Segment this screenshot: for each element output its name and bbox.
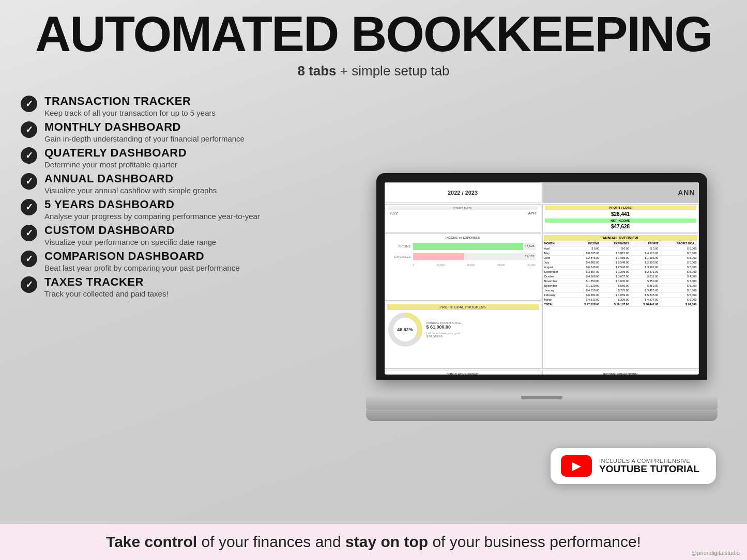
pp-info: ANNUAL PROFIT GOAL $ 61,000.00 Left to a… xyxy=(426,321,539,338)
cell-profitloss: PROFIT / LOSS $28,441 NET INCOME $47,628 xyxy=(542,204,699,232)
laptop-base xyxy=(366,396,718,411)
feature-item: QUATERLY DASHBOARD Determine your most p… xyxy=(21,146,341,169)
feature-item: COMPARISON DASHBOARD Beat last year prof… xyxy=(21,250,341,272)
pl-label: PROFIT / LOSS xyxy=(545,206,696,210)
yt-line2: YOUTUBE TUTORIAL xyxy=(599,464,699,475)
laptop-wrapper: 2022 / 2023 ANN START DATE 2022 APR xyxy=(366,173,718,421)
ao-table-row: October $ 4,268.00 $ 3,657.00 $ 611.00 $… xyxy=(544,274,697,279)
feature-desc-5: Visualize your performance on specific d… xyxy=(44,238,216,246)
feature-title-2: QUATERLY DASHBOARD xyxy=(44,146,187,160)
screen-content: 2022 / 2023 ANN START DATE 2022 APR xyxy=(385,182,699,375)
check-icon-3 xyxy=(21,173,37,190)
income-bar-track: 47,628 xyxy=(413,243,536,250)
pp-goal-value: $ 61,000.00 xyxy=(426,324,539,330)
yt-text: INCLUDES A COMPREHENSIVE YOUTUBE TUTORIA… xyxy=(599,458,699,475)
feature-item: CUSTOM DASHBOARD Visualize your performa… xyxy=(21,224,341,246)
feature-item: TRANSACTION TRACKER Keep track of all yo… xyxy=(21,95,341,117)
content-area: TRANSACTION TRACKER Keep track of all yo… xyxy=(0,84,747,510)
col-month: MONTH xyxy=(544,241,571,246)
laptop-area: 2022 / 2023 ANN START DATE 2022 APR xyxy=(357,84,726,510)
check-icon-4 xyxy=(21,199,37,215)
ao-table-row: September $ 3,657.00 $ 1,286.00 $ 2,371.… xyxy=(544,270,697,274)
ao-table: MONTH INCOME EXPENSES PROFIT PROFIT GOA.… xyxy=(544,241,697,307)
pl-value: $28,441 xyxy=(545,210,696,219)
feature-desc-0: Keep track of all your transaction for u… xyxy=(44,108,216,117)
ao-table-row: May $ 8,035.00 $ 3,915.00 $ 4,120.00 $ 5… xyxy=(544,251,697,256)
feature-title-3: ANNUAL DASHBOARD xyxy=(44,172,217,185)
feature-desc-1: Gain in-depth understanding of your fina… xyxy=(44,134,245,143)
col-income: INCOME xyxy=(571,241,600,246)
feature-title-0: TRANSACTION TRACKER xyxy=(44,95,216,108)
cumulative-title: CUMULATIVE PROFIT xyxy=(387,372,539,375)
ao-table-row: June $ 2,846.00 $ 1,685.00 $ 1,163.00 $ … xyxy=(544,256,697,260)
cell-cumulative: CUMULATIVE PROFIT 30,000 20,000 10,000 0 xyxy=(385,370,541,375)
pp-content: 46.62% ANNUAL PROFIT GOAL $ 61,000.00 Le… xyxy=(387,312,539,348)
donut-container: 46.62% xyxy=(387,312,423,348)
ao-table-row: July $ 4,882.00 $ 2,548.00 $ 2,103.00 $ … xyxy=(544,260,697,265)
startdate-values: 2022 APR xyxy=(388,210,538,216)
feature-text-5: CUSTOM DASHBOARD Visualize your performa… xyxy=(44,224,216,246)
expenses-label: EXPENSES xyxy=(390,255,411,258)
feature-desc-4: Analyse your progress by comparing perfo… xyxy=(44,212,260,221)
income-bar-row: INCOME 47,628 xyxy=(390,243,536,250)
header: AUTOMATED BOOKKEEPING 8 tabs + simple se… xyxy=(0,0,747,84)
footer: Take control of your finances and stay o… xyxy=(0,524,747,560)
feature-text-3: ANNUAL DASHBOARD Visualize your annual c… xyxy=(44,172,217,195)
laptop-bottom-bar xyxy=(366,410,718,421)
feature-desc-2: Determine your most profitable quarter xyxy=(44,160,187,169)
pp-title: PROFIT GOAL PROGRESS xyxy=(387,304,539,310)
ao-table-row: January $ 4,150.00 $ 725.00 $ 3,425.00 $… xyxy=(544,288,697,293)
income-chart-title: INCOME vs EXPENSES xyxy=(387,236,539,239)
feature-desc-7: Track your collected and paid taxes! xyxy=(44,289,169,298)
main-title: AUTOMATED BOOKKEEPING xyxy=(10,9,737,59)
feature-text-0: TRANSACTION TRACKER Keep track of all yo… xyxy=(44,95,216,117)
footer-middle: of your finances and xyxy=(197,533,345,550)
cell-ann: ANN xyxy=(542,182,699,203)
subtitle: 8 tabs + simple setup tab xyxy=(10,63,737,79)
feature-text-2: QUATERLY DASHBOARD Determine your most p… xyxy=(44,146,187,169)
youtube-banner[interactable]: INCLUDES A COMPREHENSIVE YOUTUBE TUTORIA… xyxy=(551,448,716,484)
col-profit: PROFIT xyxy=(630,241,659,246)
youtube-icon xyxy=(561,455,592,477)
footer-end: of your business performance! xyxy=(428,533,641,550)
expense-bar-value: 19,187 xyxy=(525,255,534,258)
watermark: @prioridigitalstudio xyxy=(691,550,740,556)
feature-item: MONTHLY DASHBOARD Gain in-depth understa… xyxy=(21,120,341,143)
ao-table-row: February $ 6,394.00 $ 1,059.00 $ 5,335.0… xyxy=(544,293,697,298)
expense-bar-row: EXPENSES 19,187 xyxy=(390,253,536,260)
subtitle-strong: 8 tabs xyxy=(297,63,336,79)
feature-item: TAXES TRACKER Track your collected and p… xyxy=(21,275,341,298)
feature-title-1: MONTHLY DASHBOARD xyxy=(44,120,245,134)
feature-text-1: MONTHLY DASHBOARD Gain in-depth understa… xyxy=(44,120,245,143)
feature-text-4: 5 YEARS DASHBOARD Analyse your progress … xyxy=(44,198,260,221)
income-bar-fill xyxy=(413,243,523,250)
pp-remaining: Left to achieve your goal $ 32,559.00 xyxy=(426,332,539,338)
feature-item: ANNUAL DASHBOARD Visualize your annual c… xyxy=(21,172,341,195)
col-expenses: EXPENSES xyxy=(600,241,630,246)
footer-strong1: Take control xyxy=(106,533,197,550)
ni-label: NET INCOME xyxy=(545,219,696,223)
ao-table-row: December $ 1,120.00 $ 569.00 $ 569.00 $ … xyxy=(544,284,697,288)
feature-text-7: TAXES TRACKER Track your collected and p… xyxy=(44,275,169,298)
feature-text-6: COMPARISON DASHBOARD Beat last year prof… xyxy=(44,250,240,272)
ao-table-row: August $ 6,543.00 $ 2,546.00 $ 3,997.00 … xyxy=(544,265,697,270)
cell-profit-progress: PROFIT GOAL PROGRESS 46.62% ANNUAL PRO xyxy=(385,302,541,369)
footer-strong2: stay on top xyxy=(345,533,428,550)
footer-text: Take control of your finances and stay o… xyxy=(106,533,641,551)
ni-value: $47,628 xyxy=(545,223,696,230)
feature-desc-3: Visualize your annual cashflow with simp… xyxy=(44,186,217,195)
feature-desc-6: Beat last year profit by comparing your … xyxy=(44,263,240,272)
cell-income-breakdown: INCOME BREAKDOWN xyxy=(542,370,699,375)
feature-title-5: CUSTOM DASHBOARD xyxy=(44,224,216,237)
feature-title-7: TAXES TRACKER xyxy=(44,275,169,289)
yt-line1: INCLUDES A COMPREHENSIVE xyxy=(599,458,699,464)
income-label: INCOME xyxy=(390,245,411,248)
check-icon-1 xyxy=(21,121,37,138)
subtitle-rest: + simple setup tab xyxy=(337,63,450,79)
check-icon-5 xyxy=(21,225,37,241)
ao-table-row: TOTAL $ 47,628.00 $ 19,187.00 $ 28,441.0… xyxy=(544,302,697,307)
feature-title-6: COMPARISON DASHBOARD xyxy=(44,250,240,263)
feature-item: 5 YEARS DASHBOARD Analyse your progress … xyxy=(21,198,341,221)
ao-table-row: November $ 1,350.00 $ 1,000.00 $ 350.00 … xyxy=(544,279,697,284)
cell-annual-overview: ANNUAL OVERVIEW MONTH INCOME EXPENSES PR… xyxy=(542,234,699,369)
